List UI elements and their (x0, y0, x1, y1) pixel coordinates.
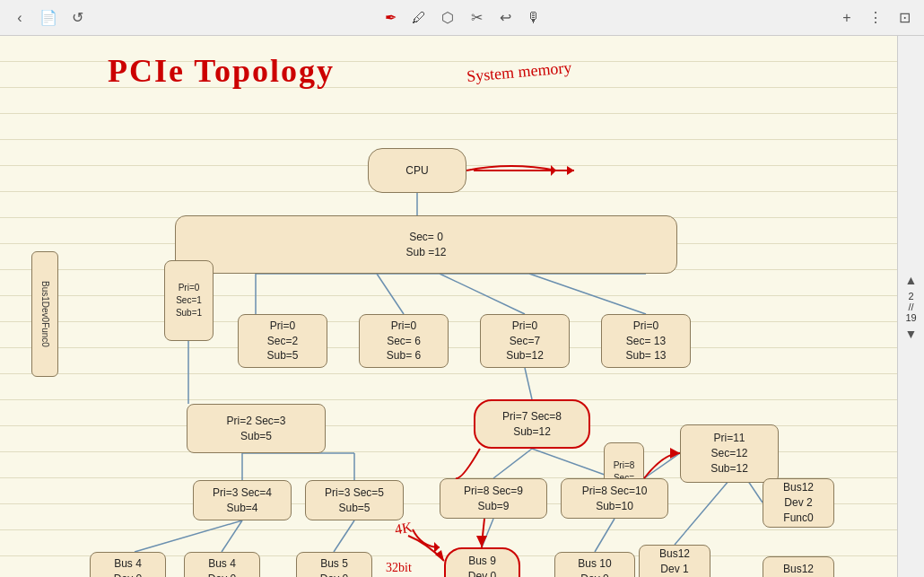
bus9-d0-f0-node: Bus 9 Dev 0 Func0 (444, 547, 520, 577)
marker-icon[interactable]: 🖊 (408, 7, 430, 29)
svg-line-17 (644, 453, 680, 478)
mic-icon[interactable]: 🎙 (523, 7, 545, 29)
svg-line-16 (595, 519, 615, 552)
sw1-b2-node: Pri=0 Sec= 6 Sub= 6 (359, 314, 449, 368)
sw2-b2-node: Pri=3 Sec=5 Sub=5 (305, 480, 404, 520)
sw2-top-node: Pri=2 Sec=3 Sub=5 (187, 404, 326, 453)
page-down-button[interactable]: ▼ (905, 327, 918, 341)
far-right-node: Pri=11 Sec=12 Sub=12 (680, 424, 779, 483)
cpu-node: CPU (368, 148, 466, 193)
svg-line-20 (525, 368, 532, 399)
back-button[interactable]: ‹ (9, 7, 31, 29)
svg-marker-26 (567, 166, 574, 175)
canvas: PCIe Topology System memory (0, 36, 924, 577)
svg-marker-22 (434, 542, 440, 553)
toolbar: ‹ 📄 ↺ ✒ 🖊 ⬡ ✂ ↩ 🎙 + ⋮ ⊡ (0, 0, 924, 36)
svg-marker-23 (476, 536, 487, 547)
page-title: PCIe Topology (108, 52, 335, 90)
svg-line-14 (532, 449, 615, 478)
page-up-button[interactable]: ▲ (905, 273, 918, 287)
svg-line-19 (675, 480, 729, 545)
sw2-b1-node: Pri=3 Sec=4 Sub=4 (193, 480, 292, 520)
diagram: CPU Sec= 0 Sub =12 Bus1Dev0Func0 Pri=0 S… (36, 121, 897, 577)
sw3-b2-node: Pri=8 Sec=10 Sub=10 (561, 478, 668, 519)
annotation-4k: 4K (394, 519, 414, 538)
bus1-sidebar: Bus1Dev0Func0 (31, 251, 58, 377)
add-button[interactable]: + (836, 7, 858, 29)
lasso-icon[interactable]: ↩ (494, 7, 516, 29)
grid-button[interactable]: ⊡ (893, 7, 915, 29)
pen-icon[interactable]: ✒ (379, 7, 401, 29)
bus12-d3-node: Bus12 Dev 3 (763, 556, 834, 577)
svg-line-3 (440, 274, 525, 314)
svg-line-11 (222, 520, 242, 552)
root-complex-node: Sec= 0 Sub =12 (175, 215, 677, 274)
svg-line-12 (334, 520, 354, 552)
more-button[interactable]: ⋮ (865, 7, 886, 29)
bridge1-node: Pri=0 Sec=1 Sub=1 (164, 260, 214, 341)
svg-line-10 (135, 520, 242, 552)
scissors-icon[interactable]: ✂ (466, 7, 487, 29)
svg-line-2 (377, 274, 404, 314)
sw1-b3-node: Pri=0 Sec=7 Sub=12 (480, 314, 570, 368)
sw3-top-circled-node: Pri=7 Sec=8 Sub=12 (474, 399, 590, 449)
document-icon[interactable]: 📄 (38, 7, 59, 29)
bus5-d0-f0-node: Bus 5 Dev 0 Func0 (296, 552, 372, 577)
sw1-b4-node: Pri=0 Sec= 13 Sub= 13 (601, 314, 691, 368)
bus4-d0-f0-node: Bus 4 Dev 0 Func0 (90, 552, 166, 577)
sw1-b1-node: Pri=0 Sec=2 Sub=5 (238, 314, 327, 368)
sw3-b1-node: Pri=8 Sec=9 Sub=9 (440, 478, 547, 519)
bus10-d0-f0-node: Bus 10 Dev 0 Func0 (554, 552, 635, 577)
right-sidebar: ▲ 2//19 ▼ (897, 36, 924, 577)
annotation-32bit: 32bit (386, 561, 412, 575)
shape-icon[interactable]: ⬡ (437, 7, 458, 29)
page-number: 2//19 (905, 291, 916, 323)
bus12-d1-f0-node: Bus12 Dev 1 Func0 (639, 545, 710, 577)
bus4-d0-f1-node: Bus 4 Dev 0 Func1 (184, 552, 260, 577)
system-memory-annotation: System memory (466, 58, 572, 86)
undo-button[interactable]: ↺ (66, 7, 88, 29)
svg-marker-21 (551, 165, 556, 176)
svg-marker-25 (435, 550, 444, 561)
svg-marker-24 (670, 448, 680, 459)
svg-line-4 (529, 274, 646, 314)
svg-line-15 (482, 519, 493, 547)
svg-line-13 (493, 449, 532, 478)
bus12-d2-f0-node: Bus12 Dev 2 Func0 (763, 478, 834, 528)
